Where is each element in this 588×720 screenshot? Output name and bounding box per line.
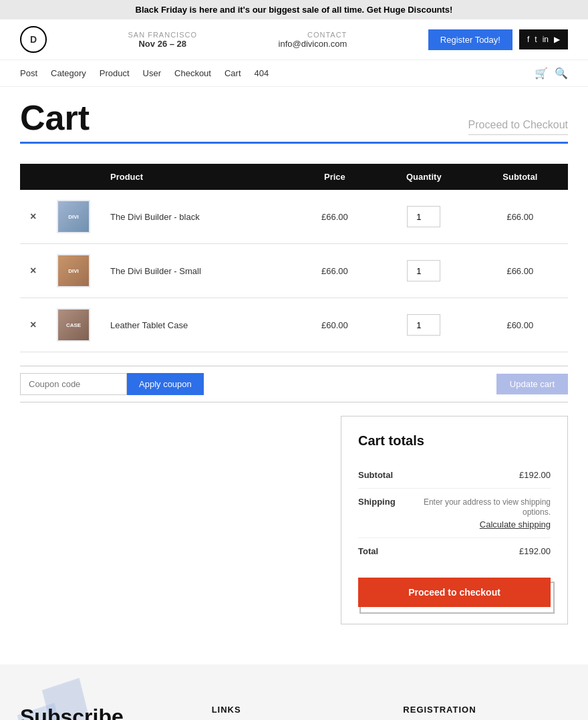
linkedin-icon[interactable]: in [543,35,549,44]
registration-title: REGISTRATION [403,705,568,715]
cart-title: Cart [20,100,90,135]
product-thumb-3: CASE [57,308,90,342]
social-bar: f t in ▶ [519,29,568,49]
coupon-input[interactable] [20,373,127,395]
remove-item-3[interactable]: × [30,319,36,331]
th-price: Price [294,164,376,190]
thumb-image-3: CASE [58,310,89,340]
nav-404[interactable]: 404 [255,68,269,78]
table-header-row: Product Price Quantity Subtotal [20,164,568,190]
th-quantity: Quantity [376,164,472,190]
quantity-input-2[interactable] [407,260,440,281]
banner-text: Black Friday is here and it's our bigges… [136,5,453,15]
nav-post[interactable]: Post [20,68,37,78]
coupon-left: Apply coupon [20,373,204,395]
cart-totals-wrapper: Cart totals Subtotal £192.00 Shipping En… [20,416,568,624]
update-cart-button[interactable]: Update cart [496,374,568,394]
header-location: SAN FRANCISCO Nov 26 – 28 [128,31,197,49]
image-cell-1: DIVI [47,190,100,244]
table-row: × DIVI The Divi Builder - black £66.00 £… [20,190,568,244]
subtotal-row: Subtotal £192.00 [358,462,551,489]
location-label: SAN FRANCISCO [128,31,197,39]
thumb-image-1: DIVI [58,201,89,232]
total-value: £192.00 [519,546,551,556]
total-label: Total [358,546,378,556]
proceed-checkout-button[interactable]: Proceed to checkout [358,578,551,607]
product-thumb-2: DIVI [57,254,90,287]
header-contact: CONTACT info@divicon.com [279,31,347,49]
product-thumb-1: DIVI [57,200,90,233]
footer-section: Subscribe Subscribe LINKS Tickets Accomo… [0,665,588,720]
th-subtotal: Subtotal [472,164,568,190]
youtube-icon[interactable]: ▶ [554,35,560,44]
th-image [47,164,100,190]
contact-label: CONTACT [279,31,347,39]
shipping-hint: Enter your address to view shipping opti… [424,497,551,517]
remove-item-2[interactable]: × [30,265,36,277]
price-1: £66.00 [294,190,376,244]
facebook-icon[interactable]: f [527,35,529,44]
header-dates: Nov 26 – 28 [128,39,197,49]
shipping-value: Enter your address to view shipping opti… [396,497,551,529]
nav-user[interactable]: User [143,68,161,78]
header: D SAN FRANCISCO Nov 26 – 28 CONTACT info… [0,19,588,60]
search-icon[interactable]: 🔍 [555,67,568,80]
remove-cell-1: × [20,190,47,244]
remove-cell-2: × [20,244,47,298]
qty-cell-1 [376,190,472,244]
th-product: Product [100,164,294,190]
table-row: × DIVI The Divi Builder - Small £66.00 £… [20,244,568,298]
quantity-input-3[interactable] [407,314,440,336]
links-block: LINKS Tickets Accomodations Schedule Spe… [212,705,377,720]
calculate-shipping-link[interactable]: Calculate shipping [396,519,551,529]
subscribe-block: Subscribe Subscribe [20,705,185,720]
apply-coupon-button[interactable]: Apply coupon [127,373,204,395]
product-name-3: Leather Tablet Case [100,298,294,352]
qty-cell-2 [376,244,472,298]
product-name-1: The Divi Builder - black [100,190,294,244]
qty-cell-3 [376,298,472,352]
cart-totals-box: Cart totals Subtotal £192.00 Shipping En… [341,416,568,624]
logo[interactable]: D [20,26,47,53]
quantity-input-1[interactable] [407,206,440,227]
main-content: Cart Proceed to Checkout Product Price Q… [0,87,588,665]
cart-totals-title: Cart totals [358,433,551,449]
nav: Post Category Product User Checkout Cart… [0,60,588,87]
thumb-image-2: DIVI [58,255,89,286]
proceed-to-checkout-link[interactable]: Proceed to Checkout [468,119,568,135]
nav-category[interactable]: Category [51,68,86,78]
cart-table: Product Price Quantity Subtotal × DIVI T… [20,164,568,352]
footer-grid: Subscribe Subscribe LINKS Tickets Accomo… [20,705,568,720]
total-row: Total £192.00 [358,538,551,564]
subtotal-3: £60.00 [472,298,568,352]
subscribe-title: Subscribe [20,705,185,720]
nav-checkout[interactable]: Checkout [174,68,211,78]
top-banner: Black Friday is here and it's our bigges… [0,0,588,19]
product-name-2: The Divi Builder - Small [100,244,294,298]
cart-title-block: Cart [20,100,90,135]
nav-cart[interactable]: Cart [225,68,241,78]
cart-header-row: Cart Proceed to Checkout [20,100,568,144]
nav-icons: 🛒 🔍 [535,67,568,80]
subtotal-1: £66.00 [472,190,568,244]
remove-cell-3: × [20,298,47,352]
th-remove [20,164,47,190]
subtotal-label: Subtotal [358,470,393,480]
image-cell-2: DIVI [47,244,100,298]
shipping-row: Shipping Enter your address to view ship… [358,489,551,538]
links-title: LINKS [212,705,377,715]
shipping-label: Shipping [358,497,396,507]
header-right: Register Today! f t in ▶ [428,29,568,50]
registration-block: REGISTRATION Curabitur aliquet quam id d… [403,705,568,720]
subtotal-value: £192.00 [519,470,551,480]
remove-item-1[interactable]: × [30,211,36,223]
contact-email: info@divicon.com [279,39,347,49]
image-cell-3: CASE [47,298,100,352]
price-3: £60.00 [294,298,376,352]
nav-product[interactable]: Product [100,68,130,78]
coupon-row: Apply coupon Update cart [20,366,568,402]
register-button[interactable]: Register Today! [428,29,512,50]
cart-icon[interactable]: 🛒 [535,67,548,80]
twitter-icon[interactable]: t [535,35,537,44]
price-2: £66.00 [294,244,376,298]
